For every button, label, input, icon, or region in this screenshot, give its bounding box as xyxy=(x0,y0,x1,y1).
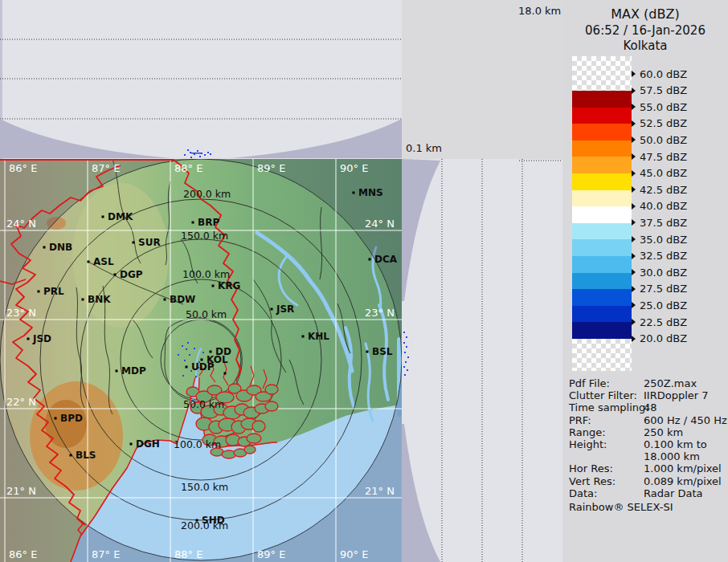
longitude-label: 89° E xyxy=(257,548,285,560)
longitude-label: 88° E xyxy=(174,548,202,560)
station-label-dgp: DGP xyxy=(120,269,143,280)
station-label-udp: UDP xyxy=(191,361,215,373)
scale-tick-arrow-icon xyxy=(632,186,636,193)
scale-tick-arrow-icon xyxy=(632,219,636,226)
scale-tick-arrow-icon xyxy=(632,336,636,342)
colorbar-band xyxy=(572,273,632,290)
legend-scale-label: 25.0 dBZ xyxy=(632,299,687,312)
legend-scale-label: 42.5 dBZ xyxy=(632,183,687,196)
colorbar-band xyxy=(572,190,632,207)
station-marker xyxy=(192,222,194,224)
station-marker xyxy=(102,216,104,218)
station-marker xyxy=(27,338,30,340)
legend-scale-label: 30.0 dBZ xyxy=(632,266,687,279)
colorbar-overflow-swatch xyxy=(572,56,632,91)
station-label-dnb: DNB xyxy=(49,242,72,253)
range-ring-label: 200.0 km xyxy=(183,188,231,200)
latitude-label: 24° N xyxy=(6,218,36,230)
colorbar-band xyxy=(572,124,632,140)
latitude-label: 21° N xyxy=(365,485,395,497)
legend-scale-label: 60.0 dBZ xyxy=(632,67,687,80)
scale-tick-arrow-icon xyxy=(632,319,636,325)
legend-panel: MAX (dBZ) 06:52 / 16-Jan-2026 Kolkata 60… xyxy=(562,0,728,562)
legend-scale-label: 45.0 dBZ xyxy=(632,167,687,180)
latitude-label: 23° N xyxy=(6,307,36,319)
latitude-label: 22° N xyxy=(6,396,36,408)
station-marker xyxy=(366,351,369,353)
colorbar-band xyxy=(572,306,632,323)
legend-scale-label: 27.5 dBZ xyxy=(632,283,687,295)
ew-cross-section-panel xyxy=(0,0,402,159)
scale-tick-arrow-icon xyxy=(632,104,636,110)
legend-scale-label: 22.5 dBZ xyxy=(632,316,687,328)
colorbar-band xyxy=(572,140,632,157)
colorbar-band xyxy=(572,289,632,306)
station-label-bpd: BPD xyxy=(60,413,83,424)
colorbar-band xyxy=(572,223,632,240)
longitude-label: 86° E xyxy=(9,548,37,560)
station-label-bls: BLS xyxy=(76,450,96,461)
radar-site-name: Kolkata xyxy=(562,39,728,53)
colorbar-underflow-swatch xyxy=(572,339,632,371)
station-label-dmk: DMK xyxy=(108,211,133,222)
scale-tick-arrow-icon xyxy=(632,120,636,127)
station-label-mns: MNS xyxy=(358,187,383,198)
station-marker xyxy=(82,299,84,301)
scale-tick-arrow-icon xyxy=(632,170,636,177)
longitude-label: 86° E xyxy=(9,162,37,174)
legend-scale-label: 55.0 dBZ xyxy=(632,100,687,113)
station-label-brp: BRP xyxy=(198,217,219,228)
station-label-prl: PRL xyxy=(43,286,64,297)
station-marker xyxy=(38,291,40,293)
colorbar-band xyxy=(572,256,632,273)
range-ring-label: 150.0 km xyxy=(181,481,228,493)
legend-scale-label: 40.0 dBZ xyxy=(632,200,687,213)
station-label-jsd: JSD xyxy=(32,333,51,344)
legend-scale-label: 47.5 dBZ xyxy=(632,150,687,163)
panel-background xyxy=(0,0,402,159)
station-marker xyxy=(88,261,90,263)
radar-display: 200.0 km150.0 km100.0 km50.0 km50.0 km10… xyxy=(0,0,728,562)
station-marker xyxy=(130,443,133,446)
colorbar-band xyxy=(572,173,632,190)
radar-map: 200.0 km150.0 km100.0 km50.0 km50.0 km10… xyxy=(0,159,402,562)
scale-tick-arrow-icon xyxy=(632,203,636,210)
range-ring-label: 50.0 km xyxy=(183,398,224,410)
station-label-mdp: MDP xyxy=(121,365,146,377)
station-label-jsr: JSR xyxy=(276,303,294,315)
dbz-colorbar xyxy=(572,56,632,371)
ns-cross-section-panel xyxy=(402,159,562,562)
latitude-label: 23° N xyxy=(365,307,395,319)
longitude-label: 90° E xyxy=(340,162,368,174)
station-label-dgh: DGH xyxy=(136,438,160,450)
colorbar-band xyxy=(572,206,632,223)
scale-tick-arrow-icon xyxy=(632,153,636,160)
station-marker xyxy=(114,274,117,276)
legend-scale-label: 35.0 dBZ xyxy=(632,233,687,246)
legend-scale-label: 20.0 dBZ xyxy=(632,332,687,345)
station-label-bdw: BDW xyxy=(170,294,195,305)
station-marker xyxy=(186,366,188,369)
station-label-sur: SUR xyxy=(138,237,161,248)
station-marker xyxy=(271,308,273,311)
station-label-khl: KHL xyxy=(308,331,329,342)
range-ring-label: 100.0 km xyxy=(182,268,230,280)
colorbar-band xyxy=(572,239,632,256)
scale-tick-arrow-icon xyxy=(632,236,636,242)
range-ring-label: 100.0 km xyxy=(174,438,221,450)
legend-scale-label: 52.5 dBZ xyxy=(632,117,687,130)
station-marker xyxy=(369,259,371,261)
longitude-label: 87° E xyxy=(92,162,120,174)
longitude-label: 88° E xyxy=(174,162,202,174)
station-marker xyxy=(55,417,57,420)
station-label-dca: DCA xyxy=(374,254,398,265)
station-marker xyxy=(43,246,46,249)
station-label-krg: KRG xyxy=(218,280,240,291)
station-marker xyxy=(133,242,135,244)
latitude-label: 24° N xyxy=(365,218,395,230)
station-marker xyxy=(116,370,118,373)
station-marker xyxy=(164,299,166,301)
product-title: MAX (dBZ) xyxy=(562,6,728,22)
longitude-label: 90° E xyxy=(340,548,368,560)
software-credit: Rainbow® SELEX-SI xyxy=(569,501,673,513)
